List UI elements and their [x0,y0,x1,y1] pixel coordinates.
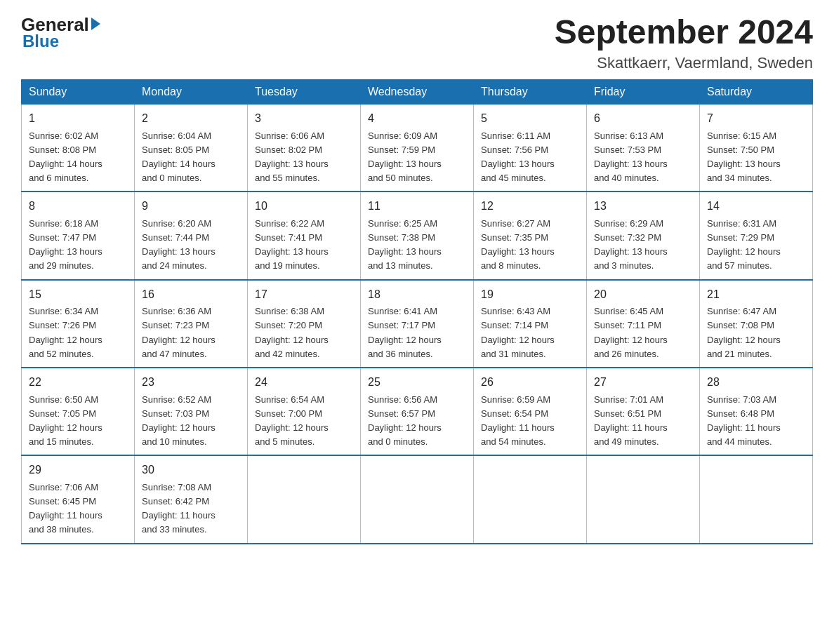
calendar-cell: 9Sunrise: 6:20 AM Sunset: 7:44 PM Daylig… [135,192,248,279]
calendar-cell: 10Sunrise: 6:22 AM Sunset: 7:41 PM Dayli… [248,192,361,279]
day-info: Sunrise: 6:11 AM Sunset: 7:56 PM Dayligh… [481,129,579,186]
calendar-cell: 1Sunrise: 6:02 AM Sunset: 8:08 PM Daylig… [22,104,135,192]
day-info: Sunrise: 6:02 AM Sunset: 8:08 PM Dayligh… [29,129,127,186]
weekday-header-monday: Monday [135,79,248,104]
day-info: Sunrise: 7:03 AM Sunset: 6:48 PM Dayligh… [707,393,805,450]
weekday-header-row: SundayMondayTuesdayWednesdayThursdayFrid… [22,79,813,104]
day-info: Sunrise: 6:45 AM Sunset: 7:11 PM Dayligh… [594,304,692,361]
day-number: 19 [481,286,579,304]
day-info: Sunrise: 6:52 AM Sunset: 7:03 PM Dayligh… [142,393,240,450]
day-number: 25 [368,374,466,391]
calendar-cell: 17Sunrise: 6:38 AM Sunset: 7:20 PM Dayli… [248,280,361,368]
calendar-cell: 2Sunrise: 6:04 AM Sunset: 8:05 PM Daylig… [135,104,248,192]
weekday-header-sunday: Sunday [22,79,135,104]
day-info: Sunrise: 6:50 AM Sunset: 7:05 PM Dayligh… [29,393,127,450]
calendar-cell: 19Sunrise: 6:43 AM Sunset: 7:14 PM Dayli… [474,280,587,368]
day-number: 8 [29,198,127,215]
calendar-cell [248,455,361,543]
calendar-cell: 11Sunrise: 6:25 AM Sunset: 7:38 PM Dayli… [361,192,474,279]
calendar-cell: 27Sunrise: 7:01 AM Sunset: 6:51 PM Dayli… [587,368,700,455]
day-info: Sunrise: 6:31 AM Sunset: 7:29 PM Dayligh… [707,217,805,274]
day-info: Sunrise: 7:08 AM Sunset: 6:42 PM Dayligh… [142,481,240,537]
calendar-cell: 6Sunrise: 6:13 AM Sunset: 7:53 PM Daylig… [587,104,700,192]
calendar-table: SundayMondayTuesdayWednesdayThursdayFrid… [21,79,813,544]
calendar-cell: 20Sunrise: 6:45 AM Sunset: 7:11 PM Dayli… [587,280,700,368]
day-number: 6 [594,110,692,128]
day-number: 14 [707,198,805,215]
calendar-cell: 15Sunrise: 6:34 AM Sunset: 7:26 PM Dayli… [22,280,135,368]
day-number: 24 [255,374,353,391]
location-title: Skattkaerr, Vaermland, Sweden [555,54,813,72]
calendar-cell: 29Sunrise: 7:06 AM Sunset: 6:45 PM Dayli… [22,455,135,543]
week-row-5: 29Sunrise: 7:06 AM Sunset: 6:45 PM Dayli… [22,455,813,543]
day-number: 3 [255,110,353,128]
page-header: General Blue September 2024 Skattkaerr, … [21,14,813,72]
day-number: 18 [368,286,466,304]
day-info: Sunrise: 6:34 AM Sunset: 7:26 PM Dayligh… [29,304,127,361]
title-block: September 2024 Skattkaerr, Vaermland, Sw… [555,14,813,72]
day-info: Sunrise: 6:09 AM Sunset: 7:59 PM Dayligh… [368,129,466,186]
day-number: 20 [594,286,692,304]
day-number: 29 [29,462,127,479]
calendar-cell: 14Sunrise: 6:31 AM Sunset: 7:29 PM Dayli… [700,192,813,279]
weekday-header-tuesday: Tuesday [248,79,361,104]
day-info: Sunrise: 6:47 AM Sunset: 7:08 PM Dayligh… [707,304,805,361]
day-number: 16 [142,286,240,304]
day-info: Sunrise: 6:56 AM Sunset: 6:57 PM Dayligh… [368,393,466,450]
weekday-header-wednesday: Wednesday [361,79,474,104]
day-info: Sunrise: 6:06 AM Sunset: 8:02 PM Dayligh… [255,129,353,186]
calendar-cell [587,455,700,543]
calendar-cell: 30Sunrise: 7:08 AM Sunset: 6:42 PM Dayli… [135,455,248,543]
day-number: 28 [707,374,805,391]
day-number: 1 [29,110,127,128]
calendar-cell: 3Sunrise: 6:06 AM Sunset: 8:02 PM Daylig… [248,104,361,192]
weekday-header-saturday: Saturday [700,79,813,104]
day-info: Sunrise: 6:04 AM Sunset: 8:05 PM Dayligh… [142,129,240,186]
week-row-3: 15Sunrise: 6:34 AM Sunset: 7:26 PM Dayli… [22,280,813,368]
weekday-header-friday: Friday [587,79,700,104]
calendar-cell: 5Sunrise: 6:11 AM Sunset: 7:56 PM Daylig… [474,104,587,192]
day-info: Sunrise: 6:54 AM Sunset: 7:00 PM Dayligh… [255,393,353,450]
day-number: 26 [481,374,579,391]
calendar-cell: 16Sunrise: 6:36 AM Sunset: 7:23 PM Dayli… [135,280,248,368]
calendar-cell: 24Sunrise: 6:54 AM Sunset: 7:00 PM Dayli… [248,368,361,455]
day-number: 27 [594,374,692,391]
day-info: Sunrise: 6:25 AM Sunset: 7:38 PM Dayligh… [368,217,466,274]
calendar-cell: 23Sunrise: 6:52 AM Sunset: 7:03 PM Dayli… [135,368,248,455]
day-info: Sunrise: 6:41 AM Sunset: 7:17 PM Dayligh… [368,304,466,361]
day-info: Sunrise: 6:13 AM Sunset: 7:53 PM Dayligh… [594,129,692,186]
calendar-cell: 8Sunrise: 6:18 AM Sunset: 7:47 PM Daylig… [22,192,135,279]
day-info: Sunrise: 6:27 AM Sunset: 7:35 PM Dayligh… [481,217,579,274]
month-title: September 2024 [555,14,813,51]
day-info: Sunrise: 6:59 AM Sunset: 6:54 PM Dayligh… [481,393,579,450]
day-number: 21 [707,286,805,304]
week-row-4: 22Sunrise: 6:50 AM Sunset: 7:05 PM Dayli… [22,368,813,455]
day-number: 9 [142,198,240,215]
day-number: 22 [29,374,127,391]
day-number: 12 [481,198,579,215]
calendar-cell [700,455,813,543]
day-number: 15 [29,286,127,304]
day-number: 4 [368,110,466,128]
day-info: Sunrise: 6:38 AM Sunset: 7:20 PM Dayligh… [255,304,353,361]
day-info: Sunrise: 6:43 AM Sunset: 7:14 PM Dayligh… [481,304,579,361]
day-info: Sunrise: 6:20 AM Sunset: 7:44 PM Dayligh… [142,217,240,274]
calendar-cell: 22Sunrise: 6:50 AM Sunset: 7:05 PM Dayli… [22,368,135,455]
calendar-cell: 4Sunrise: 6:09 AM Sunset: 7:59 PM Daylig… [361,104,474,192]
logo-arrow-icon [91,18,100,30]
weekday-header-thursday: Thursday [474,79,587,104]
calendar-cell: 18Sunrise: 6:41 AM Sunset: 7:17 PM Dayli… [361,280,474,368]
calendar-cell [361,455,474,543]
day-number: 7 [707,110,805,128]
calendar-cell: 28Sunrise: 7:03 AM Sunset: 6:48 PM Dayli… [700,368,813,455]
day-number: 2 [142,110,240,128]
day-number: 23 [142,374,240,391]
calendar-cell: 21Sunrise: 6:47 AM Sunset: 7:08 PM Dayli… [700,280,813,368]
calendar-cell [474,455,587,543]
day-info: Sunrise: 7:01 AM Sunset: 6:51 PM Dayligh… [594,393,692,450]
day-number: 11 [368,198,466,215]
week-row-2: 8Sunrise: 6:18 AM Sunset: 7:47 PM Daylig… [22,192,813,279]
day-number: 30 [142,462,240,479]
day-info: Sunrise: 6:18 AM Sunset: 7:47 PM Dayligh… [29,217,127,274]
calendar-cell: 12Sunrise: 6:27 AM Sunset: 7:35 PM Dayli… [474,192,587,279]
